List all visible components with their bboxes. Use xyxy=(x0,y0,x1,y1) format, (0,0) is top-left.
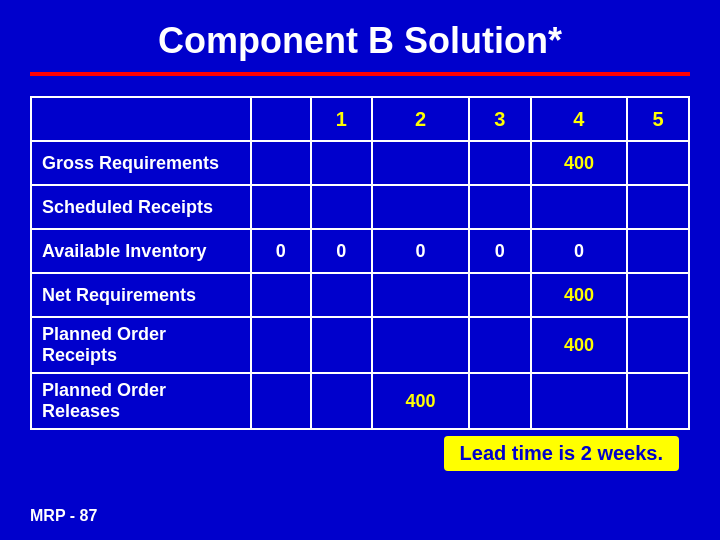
planned-receipts-2 xyxy=(372,317,469,373)
net-req-2 xyxy=(372,273,469,317)
footnote-blank xyxy=(31,429,251,477)
header-col-2: 2 xyxy=(372,97,469,141)
available-inv-1: 0 xyxy=(311,229,373,273)
header-label-cell xyxy=(31,97,251,141)
scheduled-2 xyxy=(372,185,469,229)
page: Component B Solution* 1 2 3 4 5 Gross Re… xyxy=(0,0,720,540)
available-inv-4: 0 xyxy=(531,229,628,273)
net-req-3 xyxy=(469,273,531,317)
scheduled-5 xyxy=(627,185,689,229)
table-header-row: 1 2 3 4 5 xyxy=(31,97,689,141)
available-inv-0: 0 xyxy=(251,229,311,273)
planned-receipts-5 xyxy=(627,317,689,373)
table-row-net: Net Requirements 400 xyxy=(31,273,689,317)
net-req-1 xyxy=(311,273,373,317)
planned-releases-4 xyxy=(531,373,628,429)
planned-receipts-3 xyxy=(469,317,531,373)
table-row-gross: Gross Requirements 400 xyxy=(31,141,689,185)
net-req-4: 400 xyxy=(531,273,628,317)
available-inv-5 xyxy=(627,229,689,273)
scheduled-3 xyxy=(469,185,531,229)
gross-req-1 xyxy=(311,141,373,185)
net-req-5 xyxy=(627,273,689,317)
mrp-footer-label: MRP - 87 xyxy=(30,507,97,525)
available-inv-3: 0 xyxy=(469,229,531,273)
table-row-planned-releases: Planned Order Releases 400 xyxy=(31,373,689,429)
planned-releases-3 xyxy=(469,373,531,429)
planned-releases-5 xyxy=(627,373,689,429)
gross-req-label: Gross Requirements xyxy=(31,141,251,185)
planned-receipts-1 xyxy=(311,317,373,373)
gross-req-5 xyxy=(627,141,689,185)
mrp-table: 1 2 3 4 5 Gross Requirements 400 Schedul… xyxy=(30,96,690,477)
gross-req-2 xyxy=(372,141,469,185)
available-inv-2: 0 xyxy=(372,229,469,273)
table-row-available: Available Inventory 0 0 0 0 0 xyxy=(31,229,689,273)
gross-req-3 xyxy=(469,141,531,185)
planned-receipts-4: 400 xyxy=(531,317,628,373)
scheduled-receipts-label: Scheduled Receipts xyxy=(31,185,251,229)
planned-releases-blank xyxy=(251,373,311,429)
scheduled-4 xyxy=(531,185,628,229)
header-blank-cell xyxy=(251,97,311,141)
net-req-blank xyxy=(251,273,311,317)
lead-time-cell: Lead time is 2 weeks. xyxy=(251,429,689,477)
planned-receipts-blank xyxy=(251,317,311,373)
net-req-label: Net Requirements xyxy=(31,273,251,317)
available-inv-label: Available Inventory xyxy=(31,229,251,273)
scheduled-blank xyxy=(251,185,311,229)
planned-releases-label: Planned Order Releases xyxy=(31,373,251,429)
scheduled-1 xyxy=(311,185,373,229)
gross-req-4: 400 xyxy=(531,141,628,185)
mrp-table-container: 1 2 3 4 5 Gross Requirements 400 Schedul… xyxy=(30,96,690,477)
planned-releases-2: 400 xyxy=(372,373,469,429)
gross-req-blank xyxy=(251,141,311,185)
header-col-4: 4 xyxy=(531,97,628,141)
header-col-3: 3 xyxy=(469,97,531,141)
planned-receipts-label: Planned Order Receipts xyxy=(31,317,251,373)
footnote-row: Lead time is 2 weeks. xyxy=(31,429,689,477)
header-col-5: 5 xyxy=(627,97,689,141)
header-col-1: 1 xyxy=(311,97,373,141)
table-row-scheduled: Scheduled Receipts xyxy=(31,185,689,229)
planned-releases-1 xyxy=(311,373,373,429)
divider xyxy=(30,72,690,76)
lead-time-badge: Lead time is 2 weeks. xyxy=(444,436,679,471)
table-row-planned-receipts: Planned Order Receipts 400 xyxy=(31,317,689,373)
page-title: Component B Solution* xyxy=(30,20,690,62)
